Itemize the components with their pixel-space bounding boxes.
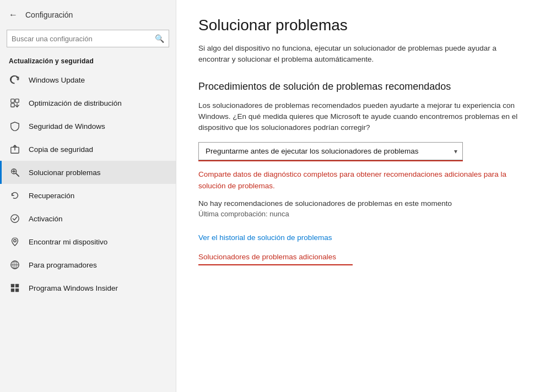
- sidebar-item-label-encontrar: Encontrar mi dispositivo: [29, 238, 107, 246]
- svg-rect-0: [11, 99, 14, 102]
- sidebar-item-insider[interactable]: Programa Windows Insider: [0, 276, 176, 300]
- sidebar-item-label-update: Windows Update: [29, 76, 85, 84]
- additional-link-underline: [198, 264, 353, 265]
- svg-point-9: [11, 215, 19, 222]
- svg-rect-18: [15, 288, 19, 292]
- sidebar-item-windows-update[interactable]: Windows Update: [0, 68, 176, 91]
- search-input[interactable]: [12, 35, 155, 43]
- last-check-label: Última comprobación: nunca: [198, 210, 518, 218]
- sidebar-item-label-copia: Copia de seguridad: [29, 145, 93, 154]
- no-recommendations-text: No hay recomendaciones de solucionadores…: [198, 199, 518, 208]
- svg-rect-15: [11, 284, 14, 287]
- section-heading: Procedimientos de solución de problemas …: [198, 81, 518, 92]
- insider-icon: [9, 282, 21, 294]
- page-title: Solucionar problemas: [198, 17, 518, 34]
- seguridad-icon: [9, 120, 21, 132]
- dropdown-container: Preguntarme antes de ejecutar los soluci…: [198, 142, 463, 160]
- sidebar-item-label-solucionar: Solucionar problemas: [29, 168, 101, 177]
- svg-rect-17: [11, 288, 14, 292]
- back-button[interactable]: ←: [7, 8, 20, 22]
- diagnostic-link[interactable]: Comparte datos de diagnóstico completos …: [198, 169, 507, 192]
- sidebar-item-solucionar[interactable]: Solucionar problemas: [0, 161, 176, 184]
- svg-rect-2: [11, 104, 14, 107]
- sidebar-item-seguridad[interactable]: Seguridad de Windows: [0, 115, 176, 138]
- recommendation-text: Los solucionadores de problemas recomend…: [198, 100, 518, 134]
- sidebar-item-encontrar[interactable]: Encontrar mi dispositivo: [0, 230, 176, 253]
- recuperacion-icon: [9, 189, 21, 202]
- sidebar-item-programadores[interactable]: Para programadores: [0, 253, 176, 276]
- section-label: Actualización y seguridad: [0, 53, 176, 68]
- main-content: Solucionar problemas Si algo del disposi…: [176, 0, 540, 392]
- sidebar-item-recuperacion[interactable]: Recuperación: [0, 184, 176, 207]
- sidebar-item-label-programadores: Para programadores: [29, 261, 97, 269]
- sidebar-item-label-insider: Programa Windows Insider: [29, 284, 118, 292]
- back-icon: ←: [9, 10, 18, 20]
- troubleshoot-dropdown[interactable]: Preguntarme antes de ejecutar los soluci…: [198, 142, 463, 160]
- additional-link[interactable]: Solucionadores de problemas adicionales: [198, 253, 518, 261]
- sidebar-item-label-activacion: Activación: [29, 215, 63, 223]
- copia-icon: [9, 143, 21, 155]
- sidebar-item-activacion[interactable]: Activación: [0, 207, 176, 230]
- intro-text: Si algo del dispositivo no funciona, eje…: [198, 43, 518, 66]
- svg-rect-1: [15, 99, 19, 102]
- dropdown-red-underline: [198, 160, 463, 161]
- sidebar-header: ← Configuración: [0, 0, 176, 28]
- search-icon: 🔍: [155, 34, 164, 43]
- solucionar-icon: [9, 166, 21, 178]
- encontrar-icon: [9, 236, 21, 248]
- sidebar-item-label-seguridad: Seguridad de Windows: [29, 122, 105, 130]
- sidebar-nav: Windows Update Optimización de distribuc…: [0, 68, 176, 300]
- sidebar-title: Configuración: [25, 10, 73, 19]
- sidebar-item-label-recuperacion: Recuperación: [29, 192, 74, 200]
- sidebar-item-optimizacion[interactable]: Optimización de distribución: [0, 91, 176, 115]
- update-icon: [9, 74, 21, 86]
- history-link[interactable]: Ver el historial de solución de problema…: [198, 233, 518, 242]
- sidebar: ← Configuración 🔍 Actualización y seguri…: [0, 0, 176, 392]
- programadores-icon: [9, 259, 21, 271]
- search-button[interactable]: 🔍: [155, 34, 164, 43]
- svg-rect-16: [15, 284, 19, 287]
- svg-point-10: [14, 239, 17, 242]
- sidebar-item-label-optimizacion: Optimización de distribución: [29, 99, 122, 107]
- optimizacion-icon: [9, 97, 21, 109]
- sidebar-item-copia[interactable]: Copia de seguridad: [0, 138, 176, 161]
- search-box: 🔍: [7, 30, 169, 47]
- svg-line-6: [16, 173, 19, 176]
- activacion-icon: [9, 213, 21, 225]
